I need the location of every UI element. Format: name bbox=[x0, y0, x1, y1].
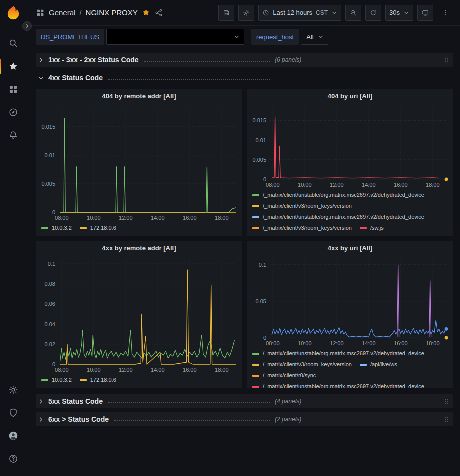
time-series-plot[interactable]: 00.050.108:0010:0012:0014:0016:0018:00 bbox=[247, 255, 453, 348]
favorite-star-icon[interactable] bbox=[142, 8, 150, 17]
panel-legend: 10.0.3.2172.18.0.6 bbox=[36, 374, 242, 388]
sidebar-item-server-admin[interactable] bbox=[0, 401, 27, 424]
legend-item[interactable]: /_matrix/client/r0/sync bbox=[252, 371, 316, 380]
row-header-6xx[interactable]: 6xx > Status Code (2 panels) bbox=[36, 412, 453, 426]
legend-swatch bbox=[252, 375, 259, 377]
row-dots bbox=[108, 79, 270, 80]
row-header-4xx[interactable]: 4xx Status Code bbox=[36, 71, 453, 85]
panel-header[interactable]: 404 by uri [All] bbox=[247, 89, 453, 103]
panel-4xx-by-uri: 4xx by uri [All] 00.050.108:0010:0012:00… bbox=[247, 241, 453, 388]
cycle-view-button[interactable] bbox=[417, 5, 433, 21]
svg-text:14:00: 14:00 bbox=[151, 367, 165, 373]
svg-text:08:00: 08:00 bbox=[55, 215, 69, 221]
gear-icon bbox=[8, 385, 18, 395]
drag-handle-icon[interactable] bbox=[443, 416, 450, 423]
help-icon bbox=[8, 454, 18, 464]
panel-title-text: 4xx by uri [All] bbox=[328, 244, 373, 252]
svg-text:10:00: 10:00 bbox=[298, 340, 312, 346]
legend-item[interactable]: /api/live/ws bbox=[360, 360, 397, 369]
row-title: 6xx > Status Code bbox=[48, 415, 109, 423]
sidebar-item-settings[interactable] bbox=[0, 378, 27, 401]
sidebar-item-search[interactable] bbox=[0, 32, 27, 55]
legend-item[interactable]: 10.0.3.2 bbox=[41, 375, 72, 385]
svg-text:12:00: 12:00 bbox=[119, 367, 133, 373]
drag-handle-icon[interactable] bbox=[443, 56, 450, 64]
datasource-picker[interactable] bbox=[106, 29, 244, 45]
svg-text:0.005: 0.005 bbox=[252, 157, 266, 163]
legend-item[interactable]: /_matrix/client/v3/room_keys/version bbox=[252, 201, 352, 211]
chevron-down-icon bbox=[234, 34, 240, 40]
time-series-plot[interactable]: 00.0050.010.01508:0010:0012:0014:0016:00… bbox=[36, 103, 242, 222]
breadcrumb-section[interactable]: General bbox=[49, 8, 75, 17]
drag-handle-icon[interactable] bbox=[443, 398, 450, 405]
legend-item[interactable]: /sw.js bbox=[360, 223, 384, 233]
svg-text:08:00: 08:00 bbox=[266, 182, 280, 188]
top-navbar: General / NGINX PROXY Last 12 hours CST … bbox=[27, 0, 460, 26]
svg-text:0.1: 0.1 bbox=[48, 261, 55, 267]
shield-icon bbox=[8, 408, 18, 418]
svg-text:18:00: 18:00 bbox=[426, 340, 440, 346]
row-title-group: 4xx Status Code bbox=[38, 74, 275, 82]
breadcrumb-title[interactable]: NGINX PROXY bbox=[86, 8, 138, 17]
panel-title-text: 4xx by remote addr [All] bbox=[102, 244, 176, 252]
panel-4xx-by-remote-addr: 4xx by remote addr [All] 00.020.040.060.… bbox=[36, 241, 242, 388]
row-header-1xx-3xx-2xx[interactable]: 1xx - 3xx - 2xx Status Code (6 panels) bbox=[36, 53, 453, 67]
legend-item[interactable]: /_matrix/client/unstable/org.matrix.msc2… bbox=[252, 382, 424, 388]
clock-icon bbox=[262, 9, 269, 16]
sidebar-item-alerting[interactable] bbox=[0, 124, 27, 147]
sidebar-item-help[interactable] bbox=[0, 447, 27, 470]
legend-swatch bbox=[252, 216, 259, 218]
panel-header[interactable]: 4xx by remote addr [All] bbox=[36, 241, 242, 255]
svg-text:08:00: 08:00 bbox=[55, 367, 69, 373]
refresh-interval-picker[interactable]: 30s bbox=[385, 5, 413, 21]
variable-datasource: DS_PROMETHEUS bbox=[36, 29, 244, 45]
sidebar-item-dashboards[interactable] bbox=[0, 78, 27, 101]
share-icon[interactable] bbox=[154, 8, 163, 17]
sidebar-expand-button[interactable] bbox=[22, 21, 32, 31]
sidebar-item-starred[interactable] bbox=[0, 55, 27, 78]
legend-item[interactable]: /_matrix/client/unstable/org.matrix.msc2… bbox=[252, 190, 424, 200]
time-series-plot[interactable]: 00.0050.010.01508:0010:0012:0014:0016:00… bbox=[247, 103, 453, 189]
save-dashboard-button[interactable] bbox=[218, 5, 234, 21]
refresh-interval-label: 30s bbox=[389, 9, 400, 16]
sidebar-item-profile[interactable] bbox=[0, 424, 27, 447]
time-range-picker[interactable]: Last 12 hours CST bbox=[258, 5, 341, 21]
svg-text:0.08: 0.08 bbox=[45, 281, 55, 287]
legend-swatch bbox=[360, 364, 367, 366]
chevron-right-icon bbox=[38, 57, 44, 63]
chevron-right-icon bbox=[24, 23, 30, 29]
zoom-out-icon bbox=[350, 9, 357, 16]
sidebar-item-explore[interactable] bbox=[0, 101, 27, 124]
legend-item[interactable]: 10.0.3.2 bbox=[41, 223, 72, 233]
time-series-plot[interactable]: 00.020.040.060.080.108:0010:0012:0014:00… bbox=[36, 255, 242, 374]
dashboard-grid-icon bbox=[36, 8, 45, 17]
zoom-out-button[interactable] bbox=[345, 5, 361, 21]
dashboards-grid-icon bbox=[8, 84, 18, 94]
row-header-5xx[interactable]: 5xx Status Code (4 panels) bbox=[36, 394, 453, 408]
legend-swatch bbox=[252, 227, 259, 229]
request-host-picker[interactable]: All bbox=[301, 29, 328, 45]
request-host-variable-label: request_host bbox=[251, 29, 299, 45]
row-title: 5xx Status Code bbox=[48, 397, 103, 405]
svg-text:12:00: 12:00 bbox=[330, 182, 344, 188]
grafana-logo[interactable] bbox=[5, 5, 21, 21]
row-panel-count: (6 panels) bbox=[275, 56, 301, 63]
legend-item[interactable]: /_matrix/client/unstable/org.matrix.msc2… bbox=[252, 349, 424, 358]
legend-item[interactable]: /_matrix/client/v3/room_keys/version bbox=[252, 223, 352, 233]
dashboard-settings-button[interactable] bbox=[238, 5, 254, 21]
legend-item[interactable]: /_matrix/client/unstable/org.matrix.msc2… bbox=[252, 212, 424, 222]
panel-header[interactable]: 4xx by uri [All] bbox=[247, 241, 453, 255]
panel-header[interactable]: 404 by remote addr [All] bbox=[36, 89, 242, 103]
kebab-menu-button[interactable] bbox=[437, 5, 453, 21]
legend-item[interactable]: 172.18.0.6 bbox=[80, 223, 116, 233]
legend-item[interactable]: /_matrix/client/v3/room_keys/version bbox=[252, 360, 352, 369]
row-title-group: 1xx - 3xx - 2xx Status Code bbox=[38, 56, 275, 64]
grafana-flame-icon bbox=[5, 5, 21, 21]
row-title-group: 6xx > Status Code bbox=[38, 415, 275, 423]
svg-text:18:00: 18:00 bbox=[426, 182, 440, 188]
breadcrumb: General / NGINX PROXY bbox=[36, 8, 163, 17]
legend-item[interactable]: 172.18.0.6 bbox=[80, 375, 116, 385]
datasource-variable-label: DS_PROMETHEUS bbox=[36, 29, 104, 45]
refresh-button[interactable] bbox=[365, 5, 381, 21]
legend-swatch bbox=[252, 194, 259, 196]
